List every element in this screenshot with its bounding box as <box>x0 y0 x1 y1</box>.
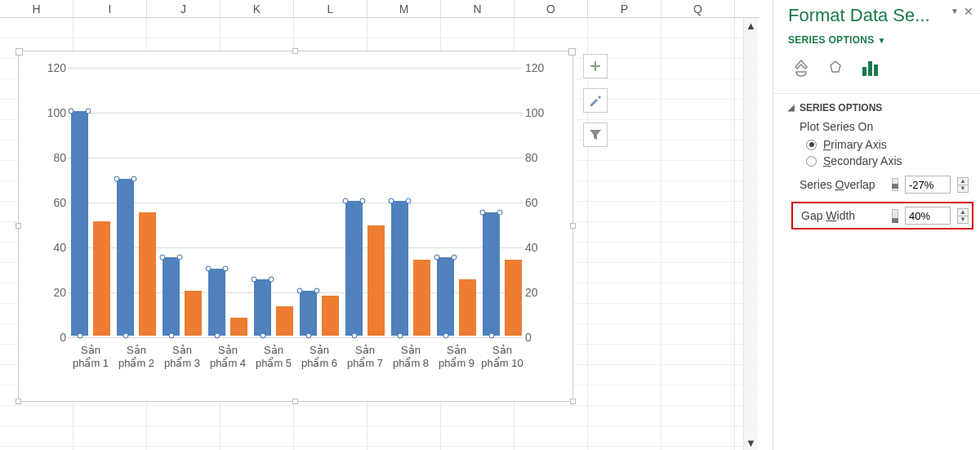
column-headers: HIJKLMNOPQ <box>0 0 760 18</box>
chevron-down-icon: ▼ <box>878 36 886 45</box>
radio-unchecked-icon <box>806 156 817 167</box>
bar-Series1-9[interactable] <box>437 257 454 336</box>
bar-Series2-10[interactable] <box>505 260 522 336</box>
bar-Series2-6[interactable] <box>322 296 339 336</box>
secondary-y-axis[interactable]: 020406080100120 <box>525 68 566 336</box>
series-overlap-control: Series Overlap ▲ ▼ <box>800 176 969 194</box>
gap-width-control: Gap Width ▲ ▼ <box>791 202 973 229</box>
bar-Series2-9[interactable] <box>459 279 476 336</box>
category-label: Sản phẩm 6 <box>296 344 342 369</box>
column-header-L[interactable]: L <box>294 0 368 17</box>
bar-Series1-8[interactable] <box>391 201 408 336</box>
category-label: Sản phẩm 10 <box>479 344 525 369</box>
column-header-M[interactable]: M <box>368 0 441 17</box>
chart-filters-button[interactable] <box>583 123 608 147</box>
bar-Series1-4[interactable] <box>208 269 225 336</box>
close-pane-button[interactable]: ✕ <box>964 5 973 18</box>
column-header-H[interactable]: H <box>0 0 74 17</box>
fill-and-line-tab[interactable] <box>790 57 813 80</box>
series-overlap-input[interactable] <box>905 176 951 194</box>
bar-Series1-2[interactable] <box>117 179 134 336</box>
series-options-header: SERIES OPTIONS <box>800 102 882 114</box>
gap-width-input[interactable] <box>905 207 951 225</box>
series-options-expander[interactable]: ◢ SERIES OPTIONS <box>788 102 969 114</box>
x-axis-categories[interactable]: Sản phẩm 1Sản phẩm 2Sản phẩm 3Sản phẩm 4… <box>68 344 523 393</box>
overlap-spin-down[interactable]: ▼ <box>957 185 969 193</box>
bar-Series1-7[interactable] <box>345 201 363 336</box>
bar-Series2-7[interactable] <box>368 225 385 336</box>
category-label: Sản phẩm 2 <box>114 344 159 369</box>
svg-rect-1 <box>862 67 866 76</box>
series-options-dropdown[interactable]: SERIES OPTIONS ▼ <box>788 34 969 46</box>
svg-rect-3 <box>874 65 878 76</box>
primary-axis-radio[interactable]: Primary Axis <box>806 138 969 151</box>
bar-Series1-5[interactable] <box>254 279 271 336</box>
chart-side-buttons <box>583 54 608 147</box>
category-label: Sản phẩm 9 <box>434 344 479 369</box>
bar-Series2-2[interactable] <box>139 212 156 336</box>
series-options-tab[interactable] <box>858 57 881 80</box>
bar-Series2-4[interactable] <box>230 318 247 336</box>
secondary-axis-radio[interactable]: Secondary Axis <box>806 154 969 167</box>
plot-area[interactable] <box>68 68 523 336</box>
scroll-down-arrow[interactable]: ▼ <box>744 435 758 450</box>
format-pane: ▼ ✕ Format Data Se... SERIES OPTIONS ▼ ◢… <box>773 0 980 450</box>
bar-Series1-10[interactable] <box>483 212 500 336</box>
chart-elements-button[interactable] <box>583 54 608 78</box>
column-header-O[interactable]: O <box>514 0 588 17</box>
bar-Series2-1[interactable] <box>93 221 110 336</box>
bar-Series1-3[interactable] <box>163 257 180 336</box>
series-overlap-slider[interactable] <box>892 178 898 191</box>
series-overlap-label: Series Overlap <box>800 178 875 191</box>
effects-tab[interactable] <box>824 57 847 80</box>
svg-marker-0 <box>831 61 840 72</box>
chart-bars[interactable] <box>68 68 523 336</box>
bar-Series1-1[interactable] <box>71 111 88 336</box>
bar-Series2-5[interactable] <box>276 306 293 336</box>
vertical-scrollbar[interactable]: ▲ ▼ <box>743 18 758 450</box>
expander-triangle-icon: ◢ <box>788 103 795 112</box>
column-header-J[interactable]: J <box>147 0 220 17</box>
bar-Series1-6[interactable] <box>300 291 317 336</box>
scroll-up-arrow[interactable]: ▲ <box>744 18 758 33</box>
category-label: Sản phẩm 3 <box>159 344 205 369</box>
column-header-N[interactable]: N <box>441 0 514 17</box>
column-header-P[interactable]: P <box>588 0 662 17</box>
svg-rect-2 <box>868 61 872 76</box>
category-label: Sản phẩm 5 <box>251 344 296 369</box>
pane-title: Format Data Se... <box>788 5 969 26</box>
chart-object[interactable]: 020406080100120 020406080100120 Sản phẩm… <box>18 51 573 402</box>
chart-styles-button[interactable] <box>583 88 608 113</box>
gap-width-slider[interactable] <box>892 209 898 222</box>
bar-Series2-8[interactable] <box>413 260 430 336</box>
category-label: Sản phẩm 1 <box>68 344 114 369</box>
plot-series-on-label: Plot Series On <box>800 120 969 133</box>
radio-checked-icon <box>806 140 817 150</box>
column-header-K[interactable]: K <box>220 0 294 17</box>
pane-options-icon[interactable]: ▼ <box>951 7 959 16</box>
category-label: Sản phẩm 7 <box>342 344 388 369</box>
bar-Series2-3[interactable] <box>185 291 202 336</box>
category-label: Sản phẩm 4 <box>205 344 251 369</box>
series-options-label: SERIES OPTIONS <box>788 34 875 46</box>
primary-y-axis[interactable]: 020406080100120 <box>25 68 66 336</box>
column-header-Q[interactable]: Q <box>662 0 735 17</box>
column-header-I[interactable]: I <box>74 0 147 17</box>
gap-spin-down[interactable]: ▼ <box>957 216 969 224</box>
category-label: Sản phẩm 8 <box>388 344 434 369</box>
gap-width-label: Gap Width <box>801 209 855 222</box>
